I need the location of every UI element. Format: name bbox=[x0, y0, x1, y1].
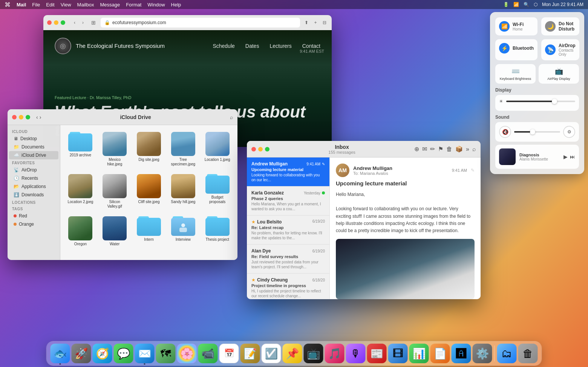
cc-bluetooth-card[interactable]: ⚡ Bluetooth bbox=[495, 39, 537, 60]
wifi-icon[interactable]: 📶 bbox=[513, 2, 519, 7]
apple-menu[interactable]: ⌘ bbox=[5, 1, 11, 8]
dock-item-tv[interactable]: 📺 bbox=[304, 344, 323, 363]
mail-more-button[interactable]: » bbox=[466, 145, 469, 153]
nav-schedule[interactable]: Schedule bbox=[213, 43, 234, 49]
menubar-file[interactable]: File bbox=[32, 2, 40, 8]
file-item-water[interactable]: Water bbox=[99, 214, 130, 249]
back-button[interactable]: ‹ bbox=[71, 19, 78, 26]
mail-close-button[interactable] bbox=[251, 147, 256, 151]
nav-dates[interactable]: Dates bbox=[245, 43, 259, 49]
finder-close-button[interactable] bbox=[12, 115, 17, 119]
mail-item-andrew[interactable]: Andrew Mulligan 9:41 AM ✎ Upcoming lectu… bbox=[247, 158, 329, 187]
sidebar-item-recents[interactable]: 🕒 Recents bbox=[9, 174, 58, 182]
dock-item-numbers[interactable]: 📊 bbox=[409, 344, 429, 363]
cc-dnd-card[interactable]: 🌙 Do Not Disturb bbox=[541, 17, 579, 35]
sidebar-button[interactable]: ⊟ bbox=[321, 19, 328, 26]
file-item-location2[interactable]: Location 2.jpeg bbox=[65, 172, 96, 211]
sidebar-item-applications[interactable]: 📂 Applications bbox=[9, 182, 58, 191]
dock-item-trash[interactable]: 🗑 bbox=[518, 344, 538, 363]
dock-item-finder2[interactable]: 🗂 bbox=[497, 344, 517, 363]
file-item-silicon-valley[interactable]: Silicon Valley.gif bbox=[99, 172, 130, 211]
cc-keyboard-card[interactable]: ⌨️ Keyboard Brightness bbox=[495, 64, 536, 84]
dock-item-podcasts[interactable]: 🎙 bbox=[346, 344, 366, 363]
sidebar-item-documents[interactable]: 📁 Documents bbox=[9, 143, 58, 151]
mail-compose-new-button[interactable]: ⊕ bbox=[414, 145, 419, 153]
menubar-edit[interactable]: Edit bbox=[46, 2, 54, 8]
file-item-sandy-hill[interactable]: Sandy hill.jpeg bbox=[167, 172, 199, 211]
dock-item-calendar[interactable]: 📅 bbox=[219, 344, 239, 363]
finder-minimize-button[interactable] bbox=[19, 115, 23, 119]
mail-flag-button[interactable]: ⚑ bbox=[438, 145, 443, 153]
dock-item-maps[interactable]: 🗺 bbox=[156, 344, 176, 363]
dock-item-sysprefs[interactable]: ⚙️ bbox=[473, 344, 492, 363]
dock-item-reminders[interactable]: ☑️ bbox=[262, 344, 281, 363]
dock-item-keynote[interactable]: 🎞 bbox=[388, 344, 408, 363]
file-item-tree-specimen[interactable]: Tree specimen.jpeg bbox=[167, 130, 199, 169]
dock-item-facetime[interactable]: 📹 bbox=[198, 344, 218, 363]
sidebar-item-red-tag[interactable]: Red bbox=[9, 212, 58, 220]
dock-item-messages[interactable]: 💬 bbox=[114, 344, 133, 363]
file-item-mexico-hike[interactable]: Mexico hike.jpeg bbox=[99, 130, 130, 169]
file-item-thesis-project[interactable]: Thesis project bbox=[202, 214, 233, 249]
sidebar-item-downloads[interactable]: ⬇️ Downloads bbox=[9, 191, 58, 199]
finder-maximize-button[interactable] bbox=[26, 115, 30, 119]
cc-play-button[interactable]: ▶ bbox=[564, 154, 568, 160]
dock-item-pages[interactable]: 📄 bbox=[430, 344, 450, 363]
menubar-format[interactable]: Format bbox=[126, 2, 141, 8]
dock-item-safari[interactable]: 🧭 bbox=[93, 344, 112, 363]
mail-send-button[interactable]: ✉ bbox=[422, 145, 427, 153]
sidebar-item-airdrop[interactable]: 📡 AirDrop bbox=[9, 166, 58, 174]
cc-sound-settings[interactable]: ⚙ bbox=[563, 126, 575, 138]
dock-item-photos[interactable]: 🌸 bbox=[177, 344, 197, 363]
cc-volume-knob[interactable]: 🔇 bbox=[499, 126, 511, 138]
nav-contact[interactable]: Contact bbox=[302, 43, 320, 49]
finder-forward-button[interactable]: › bbox=[40, 114, 41, 120]
finder-search-button[interactable]: ⌕ bbox=[230, 114, 233, 120]
file-item-oregon[interactable]: Oregon bbox=[65, 214, 96, 249]
mail-item-lou[interactable]: ★ Lou Belsito 6/19/20 Re: Latest recap N… bbox=[247, 216, 329, 245]
mail-maximize-button[interactable] bbox=[265, 147, 270, 151]
file-item-location1[interactable]: Location 1.jpeg bbox=[202, 130, 233, 169]
mail-item-cindy[interactable]: ★ Cindy Cheung 6/18/20 Project timeline … bbox=[247, 274, 329, 299]
sidebar-item-icloud-drive[interactable]: ☁️ iCloud Drive bbox=[9, 151, 58, 159]
maximize-button[interactable] bbox=[61, 20, 65, 25]
file-item-cliff-site[interactable]: Cliff site.jpeg bbox=[133, 172, 165, 211]
file-item-dig-site[interactable]: Dig site.jpeg bbox=[133, 130, 165, 169]
cc-volume-knob-handle[interactable] bbox=[530, 129, 535, 135]
menubar-message[interactable]: Message bbox=[100, 2, 120, 8]
cc-airdrop-card[interactable]: 📡 AirDrop Contacts Only bbox=[541, 39, 579, 60]
mail-item-karla[interactable]: Karla Gonzalez Yesterday Phase 2 queries… bbox=[247, 187, 329, 216]
nav-lecturers[interactable]: Lecturers bbox=[270, 43, 291, 49]
mail-minimize-button[interactable] bbox=[258, 147, 263, 151]
menubar-app-name[interactable]: Mail bbox=[17, 2, 26, 8]
file-item-2019-archive[interactable]: 2019 archive bbox=[65, 130, 96, 169]
cc-airplay-card[interactable]: 📺 AirPlay Display bbox=[539, 64, 579, 84]
dock-item-finder[interactable]: 🐟 bbox=[51, 344, 70, 363]
dock-item-notes[interactable]: 📝 bbox=[240, 344, 260, 363]
cc-next-button[interactable]: ⏭ bbox=[570, 154, 575, 160]
sidebar-item-desktop[interactable]: 🖥 Desktop bbox=[9, 135, 58, 143]
dock-item-music[interactable]: 🎵 bbox=[325, 344, 345, 363]
cc-brightness-slider[interactable]: ☀ bbox=[499, 99, 575, 104]
minimize-button[interactable] bbox=[54, 20, 58, 25]
file-item-interview[interactable]: Interview bbox=[167, 214, 199, 249]
mail-item-alan[interactable]: Alan Dye 6/19/20 Re: Field survey result… bbox=[247, 245, 329, 274]
mail-archive-button[interactable]: 📦 bbox=[455, 145, 463, 153]
share-button[interactable]: ⬆ bbox=[303, 19, 310, 26]
cc-wifi-card[interactable]: 📶 Wi-Fi Home bbox=[495, 17, 537, 35]
menubar-window[interactable]: Window bbox=[147, 2, 165, 8]
search-icon[interactable]: 🔍 bbox=[524, 2, 529, 7]
new-tab-button[interactable]: + bbox=[312, 19, 319, 26]
mail-delete-button[interactable]: 🗑 bbox=[446, 145, 452, 153]
finder-back-button[interactable]: ‹ bbox=[36, 114, 38, 120]
sidebar-toggle-button[interactable]: ⊞ bbox=[89, 18, 98, 27]
cc-brightness-knob[interactable] bbox=[552, 99, 557, 104]
dock-item-news[interactable]: 📰 bbox=[367, 344, 387, 363]
menubar-mailbox[interactable]: Mailbox bbox=[77, 2, 94, 8]
dock-item-appstore[interactable]: 🅰 bbox=[452, 344, 471, 363]
menubar-view[interactable]: View bbox=[61, 2, 71, 8]
file-item-budget-proposals[interactable]: Budget proposals bbox=[202, 172, 233, 211]
close-button[interactable] bbox=[47, 20, 52, 25]
mail-reply-button[interactable]: ✏ bbox=[430, 145, 435, 153]
cc-brightness-track[interactable] bbox=[506, 101, 575, 102]
